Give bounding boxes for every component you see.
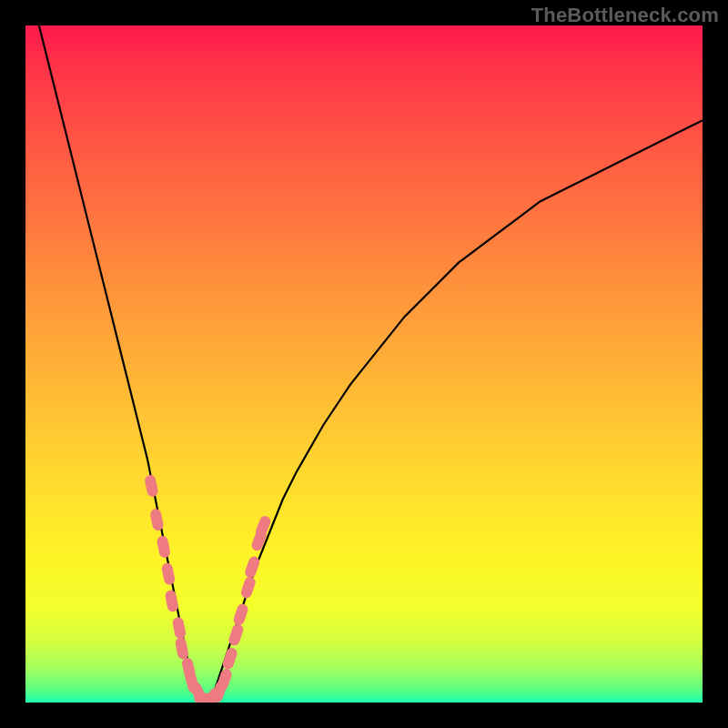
chart-frame: TheBottleneck.com [0, 0, 728, 728]
curve-markers [144, 474, 272, 703]
curve-marker [228, 622, 245, 647]
curve-marker [161, 562, 176, 586]
plot-area [25, 25, 703, 703]
curve-layer [25, 25, 703, 703]
curve-marker [175, 637, 190, 661]
curve-marker [144, 474, 159, 498]
watermark-text: TheBottleneck.com [531, 4, 719, 27]
curve-marker [239, 575, 257, 600]
curve-marker [172, 616, 187, 640]
bottleneck-curve [39, 25, 703, 703]
curve-marker [232, 602, 249, 627]
curve-marker [244, 555, 261, 580]
curve-marker [164, 589, 178, 612]
curve-marker [157, 535, 171, 559]
curve-marker [149, 508, 164, 531]
curve-marker [221, 646, 238, 671]
